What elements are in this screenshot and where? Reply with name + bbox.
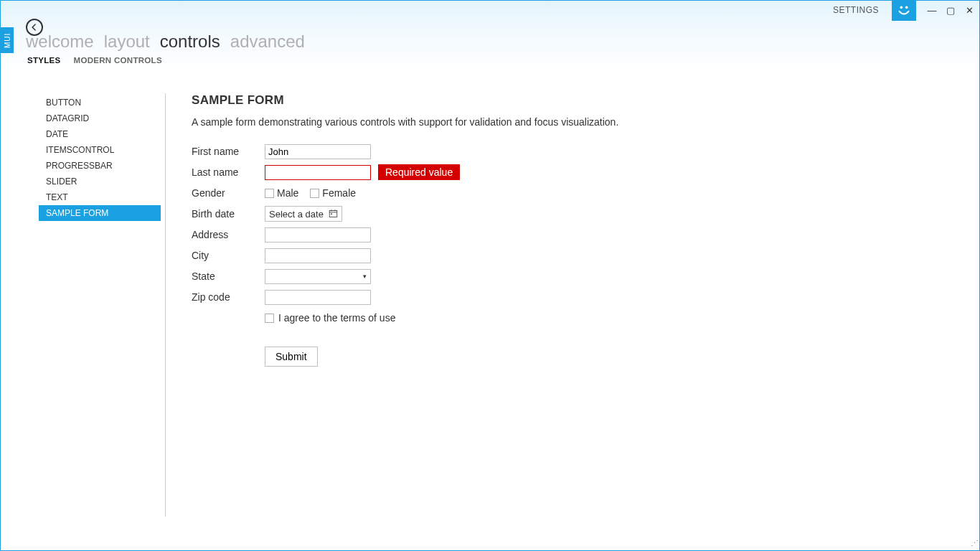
nav-welcome[interactable]: welcome bbox=[26, 32, 94, 52]
nav-layout[interactable]: layout bbox=[104, 32, 150, 52]
content-area: BUTTON DATAGRID DATE ITEMSCONTROL PROGRE… bbox=[39, 93, 966, 537]
row-address: Address bbox=[192, 227, 966, 242]
sidebar-item-sample-form[interactable]: SAMPLE FORM bbox=[39, 205, 161, 221]
input-address[interactable] bbox=[265, 227, 371, 242]
maximize-button[interactable]: ▢ bbox=[945, 6, 956, 15]
vertical-divider bbox=[165, 93, 166, 517]
input-city[interactable] bbox=[265, 248, 371, 263]
calendar-icon bbox=[329, 209, 338, 220]
sub-nav: STYLES MODERN CONTROLS bbox=[27, 56, 162, 65]
label-last-name: Last name bbox=[192, 166, 265, 178]
radio-female-label: Female bbox=[322, 187, 356, 199]
form-panel: SAMPLE FORM A sample form demonstrating … bbox=[192, 93, 966, 537]
svg-point-1 bbox=[905, 6, 908, 9]
label-first-name: First name bbox=[192, 146, 265, 157]
terms-label: I agree to the terms of use bbox=[278, 312, 395, 324]
combo-state[interactable]: ▾ bbox=[265, 269, 371, 284]
radio-female[interactable] bbox=[310, 189, 319, 198]
chevron-down-icon: ▾ bbox=[363, 273, 367, 280]
label-gender: Gender bbox=[192, 187, 265, 199]
form-title: SAMPLE FORM bbox=[192, 93, 966, 108]
app-logo bbox=[892, 0, 916, 21]
label-birth-date: Birth date bbox=[192, 208, 265, 220]
row-first-name: First name bbox=[192, 143, 966, 159]
submit-button[interactable]: Submit bbox=[265, 347, 318, 367]
row-birth-date: Birth date Select a date bbox=[192, 206, 966, 222]
resize-grip[interactable]: ⋰ bbox=[969, 540, 979, 550]
nav-controls[interactable]: controls bbox=[160, 32, 220, 52]
subnav-modern-controls[interactable]: MODERN CONTROLS bbox=[74, 56, 162, 65]
sidebar-item-itemscontrol[interactable]: ITEMSCONTROL bbox=[39, 142, 161, 158]
label-state: State bbox=[192, 270, 265, 282]
svg-point-0 bbox=[900, 6, 903, 9]
label-zip: Zip code bbox=[192, 291, 265, 303]
sidebar-item-progressbar[interactable]: PROGRESSBAR bbox=[39, 158, 161, 174]
close-button[interactable]: ✕ bbox=[963, 6, 975, 15]
form-description: A sample form demonstrating various cont… bbox=[192, 116, 966, 128]
subnav-styles[interactable]: STYLES bbox=[27, 56, 61, 65]
row-state: State ▾ bbox=[192, 268, 966, 284]
date-placeholder: Select a date bbox=[269, 209, 324, 220]
main-nav: welcome layout controls advanced bbox=[26, 32, 305, 52]
label-address: Address bbox=[192, 229, 265, 240]
sidebar: BUTTON DATAGRID DATE ITEMSCONTROL PROGRE… bbox=[39, 93, 161, 537]
minimize-button[interactable]: — bbox=[926, 6, 938, 15]
side-tab-mui[interactable]: MUI bbox=[1, 27, 14, 53]
input-last-name[interactable] bbox=[265, 165, 371, 180]
error-last-name: Required value bbox=[378, 164, 460, 180]
nav-advanced[interactable]: advanced bbox=[230, 32, 305, 52]
row-city: City bbox=[192, 248, 966, 263]
sidebar-item-text[interactable]: TEXT bbox=[39, 189, 161, 205]
checkbox-terms[interactable] bbox=[265, 314, 274, 323]
radio-male[interactable] bbox=[265, 189, 274, 198]
titlebar: SETTINGS — ▢ ✕ bbox=[1, 1, 979, 19]
svg-rect-2 bbox=[329, 210, 337, 217]
label-city: City bbox=[192, 250, 265, 261]
sidebar-item-datagrid[interactable]: DATAGRID bbox=[39, 110, 161, 126]
sidebar-item-button[interactable]: BUTTON bbox=[39, 95, 161, 110]
date-picker[interactable]: Select a date bbox=[265, 206, 342, 222]
svg-rect-6 bbox=[331, 213, 332, 215]
window-controls: — ▢ ✕ bbox=[923, 6, 975, 15]
radio-male-label: Male bbox=[277, 187, 298, 199]
row-gender: Gender Male Female bbox=[192, 185, 966, 201]
sidebar-item-slider[interactable]: SLIDER bbox=[39, 174, 161, 189]
sidebar-item-date[interactable]: DATE bbox=[39, 126, 161, 142]
row-zip: Zip code bbox=[192, 289, 966, 305]
row-terms: I agree to the terms of use bbox=[192, 310, 966, 326]
input-zip[interactable] bbox=[265, 290, 371, 305]
row-last-name: Last name Required value bbox=[192, 164, 966, 180]
input-first-name[interactable] bbox=[265, 144, 371, 159]
settings-link[interactable]: SETTINGS bbox=[827, 5, 885, 15]
